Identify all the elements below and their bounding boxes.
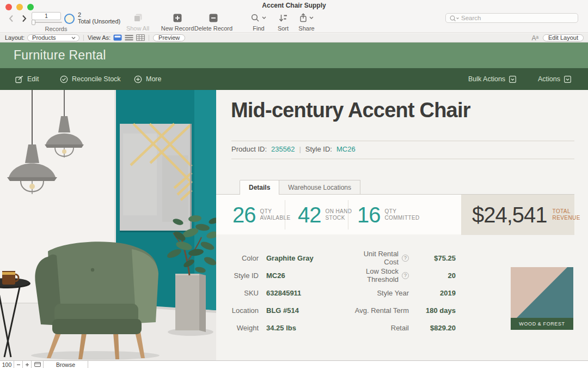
page-title: Furniture Rental (14, 43, 106, 68)
tab-warehouse-locations[interactable]: Warehouse Locations (279, 180, 360, 194)
field-row-style-id: Style ID MC26 (228, 267, 314, 284)
bulk-actions-button[interactable]: Bulk Actions (468, 68, 516, 90)
style-id-value[interactable]: MC26 (336, 145, 356, 153)
search-input[interactable] (446, 14, 578, 22)
tab-details[interactable]: Details (240, 180, 279, 195)
total-revenue-value: $24,541 (472, 203, 547, 227)
previous-record-button[interactable] (7, 14, 15, 23)
stat-on-hand-stock: 42 ON HANDSTOCK (298, 195, 352, 235)
total-revenue-label: TOTALREVENUE (553, 208, 580, 221)
product-id-value[interactable]: 235562 (271, 145, 295, 153)
show-all-icon (133, 13, 143, 23)
style-id-label: Style ID: (305, 145, 332, 153)
field-row-weight: Weight 34.25 lbs (228, 319, 314, 336)
record-detail-content: Mid-century Accent Chair Product ID: 235… (0, 90, 588, 360)
field-row-unit-rental-cost: Unit Rental Cost ? $75.25 (348, 249, 456, 267)
divider-line (231, 159, 574, 159)
dropdown-box-icon (564, 76, 571, 83)
status-toolbar-icon (34, 362, 41, 367)
product-id-label: Product ID: (231, 145, 267, 153)
layout-selector[interactable]: Products (27, 34, 79, 41)
layout-bar: Layout: Products View As: Preview Aᵃ Edi… (0, 33, 588, 43)
current-record-field[interactable]: 1 (32, 12, 61, 20)
stat-value: 26 (232, 203, 256, 227)
stat-qty-available: 26 QTYAVAILABLE (232, 195, 291, 235)
record-slider-thumb[interactable] (32, 20, 35, 25)
toggle-status-toolbar-button[interactable] (32, 361, 44, 368)
app-window: Accent Chair Supply 1 2 Total (Unsorted)… (0, 0, 588, 368)
zoom-level-field[interactable]: 100 (0, 361, 14, 368)
found-count: 2 (78, 11, 120, 18)
layout-selector-value: Products (32, 34, 56, 41)
current-record-number: 1 (45, 13, 48, 19)
form-view-icon[interactable] (113, 34, 122, 41)
detail-tabs: Details Warehouse Locations (240, 180, 360, 195)
field-row-style-year: Style Year 2019 (348, 284, 456, 301)
stat-label: QTYCOMMITTED (385, 208, 420, 221)
more-button[interactable]: More (134, 68, 161, 90)
action-bar: Edit Reconcile Stock More Bulk Actions A… (0, 68, 588, 90)
search-field (445, 13, 578, 23)
share-icon (299, 13, 307, 22)
edit-layout-button[interactable]: Edit Layout (543, 34, 584, 41)
stats-strip: 26 QTYAVAILABLE 42 ON HANDSTOCK 16 QTYCO… (216, 194, 574, 234)
delete-record-button[interactable]: Delete Record (191, 13, 236, 32)
chevron-left-icon (9, 15, 14, 22)
zoom-out-button[interactable] (14, 361, 23, 368)
help-icon[interactable]: ? (402, 272, 409, 279)
chevron-down-icon (71, 37, 76, 39)
zoom-out-icon (16, 363, 21, 367)
search-magnifier-icon (251, 14, 260, 22)
found-set-summary: 2 Total (Unsorted) (78, 11, 120, 25)
help-icon[interactable]: ? (402, 255, 409, 262)
preview-button[interactable]: Preview (153, 34, 185, 41)
stat-divider (285, 200, 285, 230)
separator (83, 35, 84, 41)
next-record-button[interactable] (20, 14, 28, 23)
record-detail-panel: Mid-century Accent Chair Product ID: 235… (216, 90, 588, 360)
edit-button[interactable]: Edit (15, 68, 39, 90)
field-group-left: Color Graphite Gray Style ID MC26 SKU 63… (228, 249, 314, 336)
edit-pencil-icon (15, 75, 23, 83)
zoom-in-icon (25, 363, 29, 367)
zoom-in-button[interactable] (23, 361, 32, 368)
reconcile-stock-button[interactable]: Reconcile Stock (60, 68, 121, 90)
list-view-icon[interactable] (125, 34, 133, 41)
window-titlebar: Accent Chair Supply 1 2 Total (Unsorted)… (0, 0, 588, 33)
window-title: Accent Chair Supply (0, 2, 588, 9)
product-name: Mid-century Accent Chair (231, 99, 470, 122)
new-record-icon (173, 13, 182, 23)
field-row-color: Color Graphite Gray (228, 249, 314, 267)
page-header: Furniture Rental (0, 43, 588, 68)
field-row-low-stock-threshold: Low Stock Threshold ? 20 (348, 267, 456, 284)
check-circle-icon (60, 75, 68, 83)
stat-value: 16 (357, 203, 381, 227)
stat-divider (348, 200, 348, 230)
text-formatting-icon[interactable]: Aᵃ (531, 34, 538, 42)
found-set-pie-icon[interactable] (64, 14, 75, 24)
plus-circle-icon (134, 75, 142, 83)
found-status: Total (Unsorted) (78, 18, 120, 25)
product-photo (0, 90, 216, 360)
stat-qty-committed: 16 QTYCOMMITTED (357, 195, 420, 235)
view-as-label: View As: (88, 34, 111, 41)
field-row-location: Location BLG #514 (228, 301, 314, 319)
records-label: Records (33, 26, 79, 32)
field-group-right: Unit Rental Cost ? $75.25 Low Stock Thre… (348, 249, 456, 336)
delete-record-icon (209, 13, 218, 23)
stat-label: QTYAVAILABLE (260, 208, 291, 221)
chevron-down-icon (309, 16, 314, 19)
show-all-button[interactable]: Show All (115, 13, 161, 32)
color-palette-swatch: WOOD & FOREST (511, 267, 573, 330)
share-button[interactable]: Share (284, 13, 329, 32)
mode-selector[interactable]: Browse (44, 361, 88, 368)
product-meta: Product ID: 235562 | Style ID: MC26 (231, 145, 356, 153)
record-slider[interactable] (32, 22, 62, 23)
dropdown-box-icon (509, 76, 516, 83)
actions-button[interactable]: Actions (538, 68, 571, 90)
total-revenue-panel: $24,541 TOTALREVENUE (461, 195, 574, 235)
field-row-retail: Retail $829.20 (348, 319, 456, 336)
layout-label: Layout: (5, 34, 24, 41)
field-row-avg-rental-term: Avg. Rental Term 180 days (348, 301, 456, 319)
table-view-icon[interactable] (136, 34, 145, 41)
